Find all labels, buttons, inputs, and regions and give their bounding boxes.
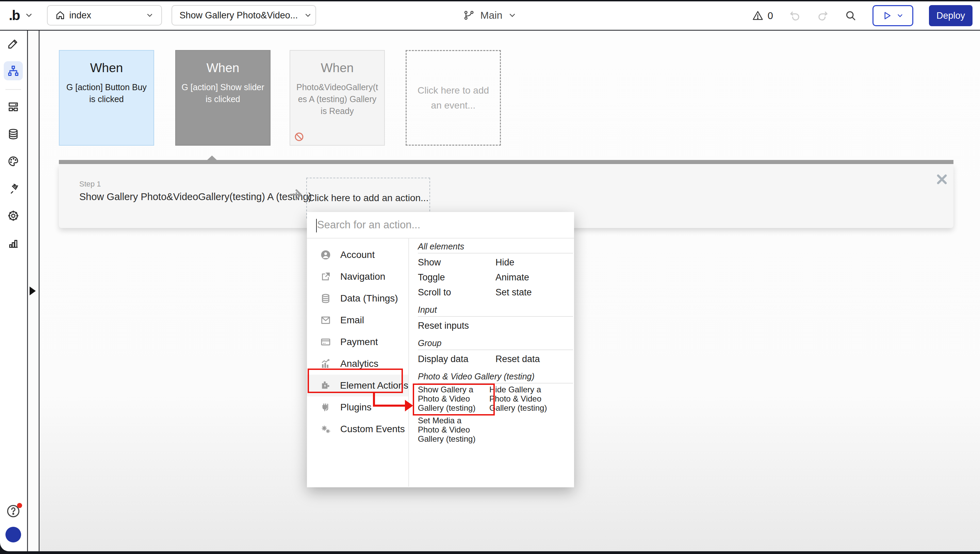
- pencil-icon: [7, 37, 19, 50]
- sidebar-item-design[interactable]: [4, 34, 23, 53]
- action-select-popup: Account Navigation Data (Things): [307, 212, 574, 487]
- text-caret: [316, 219, 317, 232]
- page-select-value: index: [69, 10, 92, 21]
- payment-icon: [320, 337, 331, 347]
- page-select[interactable]: index: [47, 5, 162, 25]
- add-event-placeholder[interactable]: Click here to add an event...: [406, 50, 501, 146]
- section-divider: [418, 383, 573, 384]
- category-data-things[interactable]: Data (Things): [307, 288, 408, 309]
- event-card-button-buy[interactable]: When G [action] Button Buy is clicked: [59, 50, 154, 146]
- data-icon: [320, 293, 331, 304]
- sidebar-item-data[interactable]: [4, 124, 23, 143]
- action-item-set-media[interactable]: Set Media a Photo & Video Gallery (testi…: [418, 416, 489, 443]
- add-action-label: Click here to add an action...: [308, 193, 429, 204]
- plug-icon: [7, 182, 19, 195]
- section-header: Photo & Video Gallery (testing): [418, 371, 573, 382]
- undo-button[interactable]: [789, 10, 801, 22]
- category-plugins[interactable]: Plugins: [307, 396, 408, 418]
- section-header: Group: [418, 337, 573, 349]
- deploy-button[interactable]: Deploy: [929, 5, 972, 26]
- sidebar-item-settings[interactable]: [4, 206, 23, 225]
- branch-selector[interactable]: Main: [463, 10, 517, 21]
- sidebar-item-reusables[interactable]: [4, 97, 23, 116]
- action-item-animate[interactable]: Animate: [495, 270, 573, 285]
- workflow-select[interactable]: Show Gallery Photo&Video...: [172, 5, 316, 25]
- analytics-icon: [320, 358, 331, 369]
- branch-name: Main: [480, 10, 502, 21]
- event-description: Photo&VideoGallery(tes A (testing) Galle…: [290, 81, 384, 117]
- home-icon: [55, 10, 65, 21]
- preview-button[interactable]: [872, 5, 913, 26]
- reusables-icon: [7, 101, 19, 113]
- git-branch-icon: [463, 10, 475, 21]
- action-item-display-data[interactable]: Display data: [418, 352, 495, 366]
- step-bar-notch: [207, 156, 217, 160]
- redo-button[interactable]: [817, 10, 829, 22]
- category-payment[interactable]: Payment: [307, 331, 408, 353]
- action-item-reset-inputs[interactable]: Reset inputs: [418, 318, 495, 333]
- category-custom-events[interactable]: Custom Events: [307, 418, 408, 440]
- logo-menu-chevron-icon[interactable]: [24, 11, 33, 20]
- chevron-down-icon: [146, 11, 154, 19]
- event-description: G [action] Button Buy is clicked: [60, 81, 153, 105]
- event-card-show-slider[interactable]: When G [action] Show slider is clicked: [175, 50, 270, 146]
- sidebar-divider: [5, 89, 21, 90]
- section-header: Input: [418, 304, 573, 315]
- top-bar: .b index Show Gallery Photo&Video... Mai: [0, 2, 980, 30]
- step-number: Step 1: [79, 180, 101, 188]
- arrow-right-icon: [288, 186, 304, 203]
- step-scrollbar[interactable]: [59, 160, 953, 164]
- category-account[interactable]: Account: [307, 244, 408, 266]
- workflow-canvas[interactable]: When G [action] Button Buy is clicked Wh…: [40, 30, 980, 551]
- action-item-hide[interactable]: Hide: [495, 255, 573, 270]
- chevron-down-icon: [896, 12, 904, 19]
- action-item-reset-data[interactable]: Reset data: [495, 352, 573, 366]
- chevron-down-icon: [304, 11, 312, 19]
- section-divider: [418, 253, 573, 253]
- element-actions-icon: [320, 380, 331, 391]
- action-search-input[interactable]: [307, 212, 574, 238]
- category-navigation[interactable]: Navigation: [307, 266, 408, 288]
- issues-indicator[interactable]: 0: [752, 10, 773, 21]
- annotation-arrowhead-icon: [405, 400, 413, 411]
- chevron-down-icon: [508, 11, 517, 20]
- category-analytics[interactable]: Analytics: [307, 353, 408, 375]
- action-item-show-gallery[interactable]: Show Gallery a Photo & Video Gallery (te…: [418, 385, 489, 412]
- search-button[interactable]: [845, 10, 857, 22]
- email-icon: [320, 315, 331, 326]
- expand-panel-arrow-icon[interactable]: [30, 287, 36, 295]
- blocked-icon: [294, 132, 304, 142]
- close-icon[interactable]: [935, 173, 948, 186]
- section-divider: [418, 316, 573, 317]
- workflow-select-value: Show Gallery Photo&Video...: [180, 10, 298, 21]
- help-button[interactable]: [6, 504, 21, 519]
- action-item-show[interactable]: Show: [418, 255, 495, 270]
- event-card-gallery-ready[interactable]: When Photo&VideoGallery(tes A (testing) …: [290, 50, 385, 146]
- left-sidebar: [0, 30, 27, 551]
- section-divider: [418, 349, 573, 350]
- sidebar-item-workflow[interactable]: [4, 61, 23, 80]
- action-list: All elements Show Hide Toggle Animate Sc…: [409, 239, 582, 487]
- palette-icon: [7, 155, 19, 167]
- event-title: When: [60, 61, 153, 75]
- account-icon: [320, 250, 331, 260]
- warning-triangle-icon: [752, 10, 764, 21]
- workflow-icon: [7, 65, 19, 77]
- gear-icon: [7, 210, 19, 222]
- navigation-icon: [320, 271, 331, 282]
- issues-count: 0: [768, 10, 773, 21]
- action-item-hide-gallery[interactable]: Hide Gallery a Photo & Video Gallery (te…: [489, 385, 561, 412]
- category-element-actions[interactable]: Element Actions: [307, 375, 408, 396]
- action-item-toggle[interactable]: Toggle: [418, 270, 495, 285]
- sidebar-item-logs[interactable]: [4, 234, 23, 253]
- sidebar-item-plugins[interactable]: [4, 179, 23, 198]
- action-item-scroll-to[interactable]: Scroll to: [418, 285, 495, 300]
- collapsed-panel-strip: [28, 30, 39, 551]
- category-email[interactable]: Email: [307, 309, 408, 331]
- sidebar-item-styles[interactable]: [4, 152, 23, 171]
- action-item-set-state[interactable]: Set state: [495, 285, 573, 300]
- plugins-icon: [320, 402, 331, 413]
- chart-icon: [7, 237, 19, 249]
- user-avatar[interactable]: [5, 527, 21, 543]
- event-description: G [action] Show slider is clicked: [176, 81, 270, 105]
